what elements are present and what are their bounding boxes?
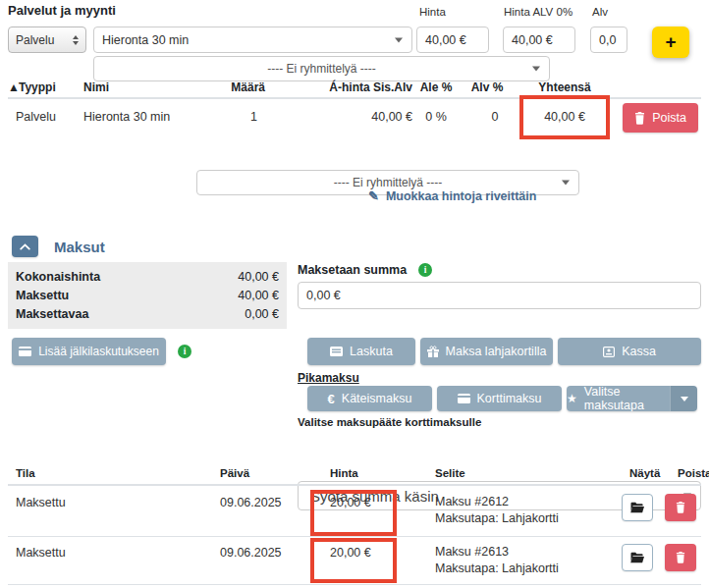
summary-label: Maksettavaa: [16, 307, 88, 321]
service-combobox-value: Hieronta 30 min: [102, 33, 189, 47]
chevron-down-icon: [395, 37, 403, 42]
card-icon: [19, 347, 31, 356]
invoice-button[interactable]: Laskuta: [307, 338, 415, 365]
pay-amount-value: 0,00 €: [306, 289, 341, 302]
edit-prices-label: Muokkaa hintoja riveittäin: [386, 189, 537, 203]
register-button[interactable]: Kassa: [558, 338, 701, 365]
grouping-select-value: ---- Ei ryhmittelyä ----: [267, 62, 376, 76]
delete-row-button[interactable]: Poista: [623, 103, 698, 133]
summary-label: Kokonaishinta: [16, 270, 100, 284]
card-payment-label: Korttimaksu: [477, 392, 542, 405]
payment-status: Maksettu: [16, 496, 66, 509]
col-vat-header[interactable]: Alv %: [469, 80, 505, 94]
add-row-button[interactable]: +: [652, 27, 689, 58]
payment-row: Maksettu 09.06.2025 20,00 € Maksu #2612 …: [0, 486, 709, 536]
col-qty-header[interactable]: Määrä: [201, 80, 265, 94]
pos-sales-screen: Palvelut ja myynti Hinta Hinta ALV 0% Al…: [0, 0, 709, 588]
col-unit-price-header[interactable]: Á-hinta Sis.Alv: [295, 80, 412, 94]
sales-section-title: Palvelut ja myynti: [8, 3, 116, 18]
trash-icon: [676, 552, 685, 563]
summary-value: 0,00 €: [245, 307, 279, 321]
payment-row: Maksettu 09.06.2025 20,00 € Maksu #2613 …: [0, 537, 709, 584]
invoice-icon: [330, 347, 343, 356]
payment-description-line1: Maksu #2612: [435, 494, 559, 510]
pay-gift-card-button[interactable]: Maksa lahjakortilla: [420, 338, 553, 365]
quick-payment-label: Pikamaksu: [298, 371, 359, 385]
delete-row-label: Poista: [652, 111, 686, 125]
price-label: Hinta: [419, 6, 446, 18]
edit-prices-link[interactable]: ✎ Muokkaa hintoja riveittäin: [368, 188, 536, 203]
row-grouping-select-value: ---- Ei ryhmittelyä ----: [334, 176, 443, 189]
grouping-select[interactable]: ---- Ei ryhmittelyä ----: [93, 56, 550, 81]
row-name: Hieronta 30 min: [83, 110, 170, 124]
col-date-header: Päivä: [220, 467, 249, 479]
service-combobox[interactable]: Hieronta 30 min: [93, 27, 412, 53]
pay-amount-label: Maksetaan summa: [298, 263, 407, 277]
summary-label: Maksettu: [16, 289, 69, 302]
vat-input[interactable]: 0,0: [590, 27, 627, 53]
summary-value: 40,00 €: [238, 289, 279, 302]
payments-section-title: Maksut: [54, 239, 105, 255]
vat-label: Alv: [592, 6, 608, 18]
payment-date: 09.06.2025: [220, 546, 282, 560]
collapse-payments-button[interactable]: [12, 236, 38, 257]
plus-icon: +: [665, 31, 676, 53]
add-to-post-invoicing-button[interactable]: Lisää jälkilaskutukseen: [12, 338, 166, 365]
col-name-header[interactable]: Nimi: [83, 80, 109, 94]
view-payment-button[interactable]: [622, 494, 653, 521]
payment-date: 09.06.2025: [220, 496, 282, 509]
info-icon[interactable]: i: [418, 263, 432, 277]
col-discount-header[interactable]: Ale %: [417, 80, 455, 94]
updown-arrows-icon: [73, 35, 79, 45]
add-to-post-invoicing-label: Lisää jälkilaskutukseen: [38, 345, 159, 358]
price-input[interactable]: 40,00 €: [416, 27, 489, 53]
summary-value: 40,00 €: [238, 270, 279, 284]
card-payment-button[interactable]: Korttimaksu: [437, 386, 562, 411]
choose-payment-method-label: Valitse maksutapa: [584, 386, 670, 411]
price-input-value: 40,00 €: [425, 33, 466, 47]
gift-icon: [427, 346, 439, 357]
choose-payment-method-button[interactable]: ★ Valitse maksutapa: [567, 386, 670, 411]
price-vat0-input-value: 40,00 €: [512, 33, 553, 47]
view-payment-button[interactable]: [622, 544, 653, 571]
pay-amount-input[interactable]: 0,00 €: [298, 282, 701, 309]
payment-summary-panel: Kokonaishinta 40,00 € Maksettu 40,00 € M…: [8, 262, 287, 329]
choose-payment-method-dropdown-toggle[interactable]: [670, 386, 697, 411]
col-delete-header: Poista: [678, 467, 709, 479]
col-type-header[interactable]: Tyyppi: [19, 80, 56, 94]
row-vat: 0: [481, 110, 509, 124]
cash-payment-button[interactable]: € Käteismaksu: [307, 386, 432, 411]
cash-payment-label: Käteismaksu: [342, 392, 412, 405]
payment-description: Maksu #2613 Maksutapa: Lahjakortti: [435, 544, 559, 576]
payment-description-line2: Maksutapa: Lahjakortti: [435, 510, 559, 527]
row-divider: [8, 584, 701, 585]
trash-icon: [634, 112, 645, 125]
col-total-header[interactable]: Yhteensä: [521, 80, 608, 94]
chevron-up-icon: [20, 243, 30, 250]
chevron-down-icon: [681, 397, 688, 401]
col-view-header: Näytä: [629, 467, 660, 479]
delete-payment-button[interactable]: [665, 544, 696, 571]
payment-description-line2: Maksutapa: Lahjakortti: [435, 561, 559, 577]
delete-payment-button[interactable]: [665, 494, 696, 521]
price-vat0-label: Hinta ALV 0%: [504, 6, 573, 18]
row-unit-price: 40,00 €: [295, 110, 412, 124]
chevron-down-icon: [562, 181, 570, 186]
price-vat0-input[interactable]: 40,00 €: [503, 27, 575, 53]
row-qty: 1: [193, 110, 257, 124]
payment-description-line1: Maksu #2613: [435, 544, 559, 561]
payments-table-header: Tila Päivä Hinta Selite Näytä Poista: [8, 465, 701, 486]
folder-icon: [630, 552, 644, 563]
trash-icon: [676, 502, 685, 513]
vat-input-value: 0,0: [599, 33, 616, 47]
row-type: Palvelu: [16, 110, 56, 124]
payment-status: Maksettu: [16, 546, 66, 560]
item-type-select[interactable]: Palvelu: [8, 27, 86, 53]
register-label: Kassa: [622, 345, 656, 358]
summary-row: Maksettavaa 0,00 €: [16, 305, 279, 324]
cash-register-icon: [603, 347, 615, 357]
sales-table-header: ▲ Tyyppi Nimi Määrä Á-hinta Sis.Alv Ale …: [8, 80, 701, 99]
pencil-icon: ✎: [368, 188, 379, 203]
payment-description: Maksu #2612 Maksutapa: Lahjakortti: [435, 494, 559, 526]
info-icon[interactable]: i: [178, 345, 191, 358]
